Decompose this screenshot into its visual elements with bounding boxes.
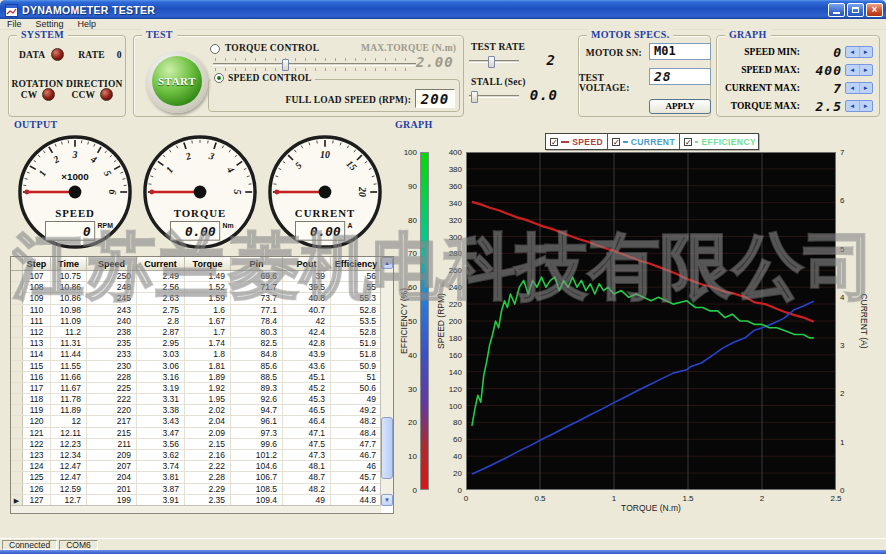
table-row[interactable]: 11311.312352.951.7482.542.851.9 [11,338,393,349]
table-header-step[interactable]: Step [23,257,51,270]
table-row[interactable]: 12512.472043.812.28106.748.745.7 [11,472,393,483]
menu-item-file[interactable]: File [0,19,29,30]
table-cell: 2.29 [185,484,231,494]
table-cell: 2.49 [137,271,185,281]
spinner-right-icon[interactable]: ► [860,101,873,111]
table-row[interactable]: 12412.472073.742.22104.648.146 [11,461,393,472]
table-row[interactable]: 11411.442333.031.884.843.951.8 [11,349,393,360]
table-row[interactable]: 12212.232113.562.1599.647.547.7 [11,439,393,450]
test-voltage-label: TEST VOLTAGE: [579,73,642,93]
table-cell: 45.2 [283,383,331,393]
torque-tick: 0.5 [530,494,550,503]
window-title: DYNAMOMETER TESTER [22,4,155,16]
table-cell: 10.86 [51,293,87,303]
table-header-time[interactable]: Time [51,257,87,270]
table-cell: 47.7 [331,439,382,449]
table-row[interactable]: 10710.752502.491.4969.63956 [11,271,393,282]
spinner-left-icon[interactable]: ◄ [846,101,860,111]
spinner-right-icon[interactable]: ► [860,65,873,75]
row-selector [11,394,23,404]
table-vertical-scrollbar[interactable]: ▲ ▼ [380,257,393,506]
close-button[interactable]: × [866,3,883,17]
table-row[interactable]: 12112.112153.472.0997.347.148.4 [11,428,393,439]
speed-tick: 100 [438,402,462,411]
table-header-torque[interactable]: Torque [185,257,231,270]
scroll-down-button[interactable]: ▼ [381,494,393,506]
table-header-current[interactable]: Current [137,257,185,270]
current-tick: 3 [840,341,856,350]
svg-text:3: 3 [72,149,78,160]
torque-tick: 2 [752,494,772,503]
speed-control-group: SPEED CONTROL FULL LOAD SPEED (RPM): 200 [208,79,460,112]
efficiency-tick: 0 [396,486,417,495]
apply-button[interactable]: APPLY [649,99,711,114]
full-load-speed-label: FULL LOAD SPEED (RPM): [285,95,411,105]
table-row[interactable]: 11211.22382.871.780.342.452.8 [11,327,393,338]
table-cell: 245 [87,293,137,303]
table-row[interactable]: 11711.672253.191.9289.345.250.6 [11,383,393,394]
table-cell: 10.86 [51,282,87,292]
max-torque-slider[interactable] [213,58,416,72]
graph-setting-spinner[interactable]: ◄► [845,100,873,112]
svg-text:0.00: 0.00 [310,224,341,239]
stall-slider[interactable] [469,90,519,104]
table-cell: 1.95 [185,394,231,404]
torque-control-radio[interactable] [210,44,220,54]
chart-plot [466,152,836,490]
table-row[interactable]: 12612.592013.872.29108.548.244.4 [11,484,393,495]
table-cell: 215 [87,428,137,438]
table-row[interactable]: 11611.662283.161.8988.545.151 [11,372,393,383]
graph-setting-row: SPEED MIN:0◄► [717,45,879,59]
menu-item-help[interactable]: Help [71,19,104,30]
max-torque-slider-thumb[interactable] [282,59,289,71]
restore-button[interactable] [847,3,864,17]
table-row[interactable]: 11911.892203.382.0294.746.549.2 [11,405,393,416]
table-header-speed[interactable]: Speed [87,257,137,270]
scroll-up-button[interactable]: ▲ [381,257,393,269]
motor-specs-title: MOTOR SPECS. [587,29,673,40]
graph-setting-spinner[interactable]: ◄► [845,64,873,76]
table-cell: 116 [23,372,51,382]
table-row[interactable]: 11010.982432.751.677.140.752.8 [11,305,393,316]
table-row[interactable]: 10910.862452.631.5973.740.855.3 [11,293,393,304]
start-button[interactable]: START [152,56,202,106]
test-rate-slider-thumb[interactable] [488,56,495,68]
menu-item-setting[interactable]: Setting [29,19,71,30]
stall-slider-thumb[interactable] [471,91,478,103]
minimize-button[interactable] [828,3,845,17]
table-cell: 1.67 [185,316,231,326]
spinner-left-icon[interactable]: ◄ [846,83,860,93]
table-row[interactable]: 11511.552303.061.8185.643.650.9 [11,361,393,372]
legend-line-swatch [561,141,569,143]
full-load-speed-display[interactable]: 200 [415,89,455,108]
table-row[interactable]: 120122173.432.0496.146.448.2 [11,416,393,427]
table-cell: 45.3 [283,394,331,404]
table-row[interactable]: 11111.092402.81.6778.44253.5 [11,316,393,327]
system-row-rotation: CW CCW [9,88,125,101]
table-row[interactable]: 11811.782223.311.9592.645.349 [11,394,393,405]
graph-setting-spinner[interactable]: ◄► [845,46,873,58]
table-cell: 55.3 [331,293,382,303]
motor-sn-input[interactable]: M01 [649,43,711,60]
table-cell: 11.67 [51,383,87,393]
speed-control-radio[interactable] [214,73,224,83]
table-cell: 80.3 [231,327,283,337]
table-header-pin[interactable]: Pin [231,257,283,270]
table-cell: 115 [23,361,51,371]
spinner-left-icon[interactable]: ◄ [846,47,860,57]
graph-setting-spinner[interactable]: ◄► [845,82,873,94]
table-cell: 2.75 [137,305,185,315]
scroll-thumb[interactable] [381,417,393,479]
test-voltage-input[interactable]: 28 [649,68,711,85]
table-cell: 12.59 [51,484,87,494]
table-row[interactable]: 12312.342093.622.16101.247.346.7 [11,450,393,461]
spinner-right-icon[interactable]: ► [860,47,873,57]
table-header-pout[interactable]: Pout [283,257,331,270]
spinner-right-icon[interactable]: ► [860,83,873,93]
table-header-efficiency[interactable]: Efficiency [331,257,382,270]
table-horizontal-scrollbar[interactable] [11,505,381,513]
table-row[interactable]: 10810.862482.561.5271.739.555 [11,282,393,293]
table-cell: 12.23 [51,439,87,449]
spinner-left-icon[interactable]: ◄ [846,65,860,75]
test-rate-slider[interactable] [469,55,519,69]
